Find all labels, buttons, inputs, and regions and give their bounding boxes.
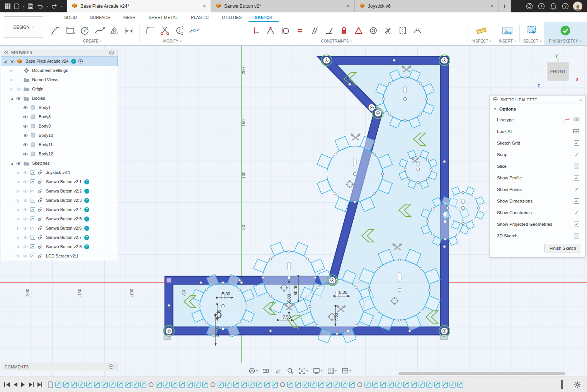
look-at-icon[interactable]	[573, 129, 579, 135]
timeline-feature-29[interactable]	[271, 380, 278, 389]
visibility-eye-icon[interactable]	[22, 124, 29, 128]
inspect-group-label[interactable]: INSPECT▾	[471, 39, 491, 44]
timeline-feature-20[interactable]	[202, 380, 208, 389]
timeline-feature-35[interactable]	[318, 380, 324, 389]
browser-row-lcd-screen-v2-1[interactable]: ▷LCD Screen v2:1	[1, 251, 117, 261]
timeline-feature-34[interactable]	[310, 380, 316, 389]
expander-icon[interactable]: ▷	[16, 217, 21, 221]
collapse-palette-icon[interactable]	[493, 97, 498, 102]
equal-constraint-icon[interactable]	[294, 25, 306, 36]
spline-edit-tool-icon[interactable]	[187, 24, 201, 37]
grid-settings-button[interactable]: ▾	[326, 366, 338, 375]
visibility-eye-icon[interactable]	[9, 59, 15, 63]
dock-palette-icon[interactable]: »	[580, 97, 582, 102]
browser-row-sanwa-button-v2-7[interactable]: ▷Sanwa Button v2:7T	[1, 233, 117, 242]
visibility-eye-icon[interactable]	[22, 170, 29, 175]
browser-row-sketches[interactable]: ◢Sketches	[1, 159, 117, 168]
user-avatar[interactable]	[573, 2, 582, 11]
workspace-switcher[interactable]: DESIGN ▾	[4, 16, 43, 38]
visibility-eye-icon[interactable]	[22, 208, 29, 212]
visibility-eye-icon[interactable]	[22, 143, 29, 147]
undo-caret-icon[interactable]: ▾	[46, 5, 48, 8]
display-settings-button[interactable]: ▾	[312, 366, 323, 375]
browser-row-body9[interactable]: Body9	[1, 121, 117, 131]
linetype-spline-icon[interactable]	[564, 117, 570, 123]
visibility-eye-icon[interactable]	[22, 152, 29, 156]
sketch-dimension-tool-icon[interactable]	[122, 24, 136, 37]
timeline-feature-2[interactable]	[63, 380, 69, 389]
timeline-feature-45[interactable]	[395, 380, 402, 389]
insert-canvas-tool-icon[interactable]	[499, 23, 516, 38]
timeline-feature-53[interactable]	[457, 380, 463, 389]
ribbon-tab-plastic[interactable]: PLASTIC	[185, 14, 215, 22]
select-group-label[interactable]: SELECT▾	[523, 39, 541, 44]
visibility-eye-icon[interactable]	[22, 189, 29, 193]
sketch-grid-checkbox[interactable]: ✓	[574, 140, 579, 146]
show-projected-geometries-checkbox[interactable]: ✓	[574, 222, 579, 227]
timeline-feature-27[interactable]	[256, 380, 262, 389]
expander-icon[interactable]: ▷	[16, 208, 21, 211]
browser-row-named-views[interactable]: ▷Named Views	[1, 75, 117, 84]
ribbon-tab-sheet-metal[interactable]: SHEET METAL	[143, 14, 184, 22]
trim-tool-icon[interactable]	[158, 24, 172, 37]
circle-tool-icon[interactable]	[78, 24, 92, 37]
visibility-eye-icon[interactable]	[22, 106, 29, 110]
symmetry-constraint-icon[interactable]	[397, 25, 408, 36]
viewports-button[interactable]: ▾	[340, 366, 352, 375]
measure-tool-icon[interactable]	[473, 23, 490, 38]
zoom-button[interactable]	[286, 366, 295, 375]
browser-row-sanwa-button-v2-8[interactable]: ▷Sanwa Button v2:8T	[1, 242, 117, 251]
expander-icon[interactable]: ▷	[16, 189, 21, 193]
browser-row-origin[interactable]: ▷Origin	[1, 84, 117, 94]
timeline-feature-46[interactable]	[403, 380, 409, 389]
timeline-feature-37[interactable]	[333, 380, 340, 389]
coincident-constraint-icon[interactable]	[265, 25, 276, 36]
fix-constraint-icon[interactable]	[353, 25, 364, 36]
timeline-feature-24[interactable]	[233, 380, 239, 389]
visibility-eye-icon[interactable]	[15, 161, 22, 165]
step-back-button[interactable]	[13, 382, 18, 387]
timeline-feature-23[interactable]	[225, 380, 231, 389]
collapse-panel-icon[interactable]	[4, 51, 9, 55]
go-to-start-button[interactable]	[4, 382, 10, 387]
options-expander-icon[interactable]: ▼	[493, 107, 497, 111]
create-group-label[interactable]: CREATE▾	[83, 39, 102, 44]
timeline-feature-30[interactable]	[279, 380, 286, 389]
pan-button[interactable]	[274, 366, 283, 375]
timeline-feature-41[interactable]	[364, 380, 371, 389]
timeline-settings-gear-icon[interactable]	[569, 381, 585, 388]
concentric-constraint-icon[interactable]	[368, 25, 379, 36]
document-tab-0[interactable]: Base Plate Arcade v24*×	[67, 0, 211, 12]
visibility-eye-icon[interactable]	[22, 226, 29, 230]
spline-tool-icon[interactable]	[93, 24, 107, 37]
midpoint-constraint-icon[interactable]	[382, 25, 394, 36]
timeline-feature-52[interactable]	[449, 380, 456, 389]
close-tab-icon[interactable]: ×	[203, 3, 206, 9]
visibility-eye-icon[interactable]	[22, 254, 29, 258]
timeline-feature-18[interactable]	[186, 380, 193, 389]
expander-icon[interactable]: ▷	[16, 227, 21, 230]
tangent-constraint-icon[interactable]	[279, 25, 291, 36]
visibility-eye-icon[interactable]	[22, 198, 29, 203]
show-dimensions-checkbox[interactable]: ✓	[574, 198, 579, 204]
timeline-feature-40[interactable]	[356, 380, 363, 389]
timeline-feature-9[interactable]	[117, 380, 123, 389]
sketch-palette-header[interactable]: SKETCH PALETTE »	[490, 95, 585, 104]
visibility-eye-icon[interactable]	[22, 115, 29, 119]
constraints-group-label[interactable]: CONSTRAINTS▾	[321, 39, 352, 44]
show-points-checkbox[interactable]: ✓	[574, 187, 579, 192]
timeline-feature-21[interactable]	[209, 380, 216, 389]
expander-icon[interactable]: ▷	[9, 78, 14, 82]
fillet-tool-icon[interactable]	[143, 24, 157, 37]
expander-icon[interactable]: ▷	[9, 87, 14, 91]
browser-row-bodies[interactable]: ◢Bodies	[1, 94, 117, 103]
timeline-feature-22[interactable]	[217, 380, 224, 389]
browser-row-body12[interactable]: Body12	[1, 149, 117, 159]
clock-icon[interactable]	[537, 2, 546, 10]
timeline-feature-38[interactable]	[341, 380, 347, 389]
timeline-feature-13[interactable]	[148, 380, 154, 389]
browser-row-base-plate-arcade-v24[interactable]: ◢Base Plate Arcade v24T	[1, 56, 117, 66]
vertical-horizontal-constraint-icon[interactable]	[250, 25, 262, 36]
timeline-feature-10[interactable]	[124, 380, 131, 389]
browser-row-sanwa-button-v2-2[interactable]: ▷Sanwa Button v2:2T	[1, 186, 117, 196]
